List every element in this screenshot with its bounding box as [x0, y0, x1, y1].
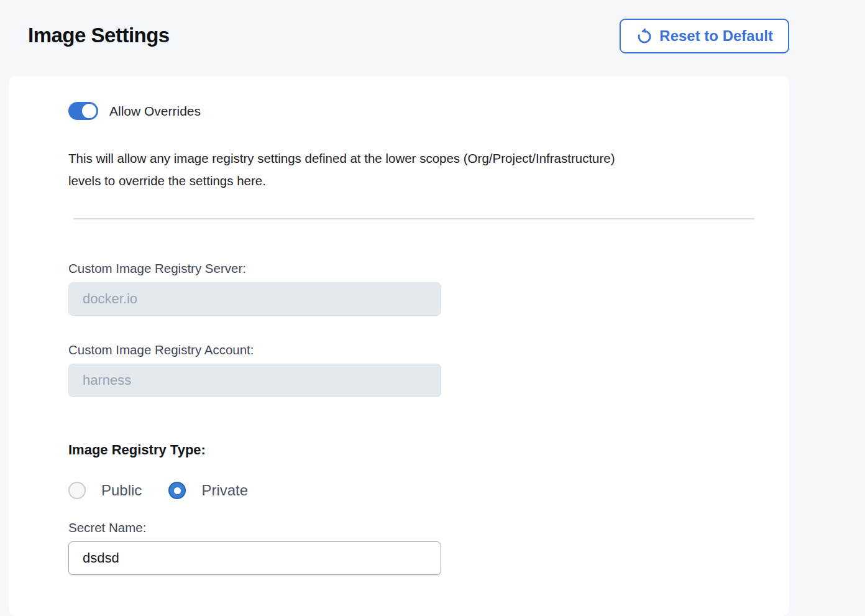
section-divider	[73, 218, 754, 219]
radio-option-private[interactable]: Private	[168, 482, 248, 499]
reset-icon	[636, 28, 652, 45]
radio-public-label: Public	[101, 482, 142, 499]
reset-to-default-button[interactable]: Reset to Default	[620, 19, 789, 53]
radio-unselected-icon	[68, 482, 86, 499]
radio-private-label: Private	[201, 482, 248, 499]
reset-button-label: Reset to Default	[659, 27, 773, 45]
secret-name-input[interactable]	[68, 541, 441, 575]
radio-selected-icon	[168, 482, 186, 499]
allow-overrides-label: Allow Overrides	[109, 104, 201, 119]
description-line: This will allow any image registry setti…	[68, 147, 764, 170]
registry-account-label: Custom Image Registry Account:	[68, 342, 789, 358]
registry-account-input	[68, 364, 441, 397]
description-line: levels to override the settings here.	[68, 170, 764, 192]
radio-option-public[interactable]: Public	[68, 482, 142, 499]
registry-type-options: Public Private	[68, 482, 789, 499]
allow-overrides-toggle[interactable]	[68, 102, 98, 120]
page-header: Image Settings Reset to Default	[0, 0, 865, 53]
allow-overrides-row: Allow Overrides	[68, 102, 789, 120]
registry-server-label: Custom Image Registry Server:	[68, 260, 789, 277]
toggle-knob-icon	[82, 104, 96, 118]
image-settings-card: Allow Overrides This will allow any imag…	[9, 76, 789, 616]
secret-name-label: Secret Name:	[68, 520, 789, 536]
registry-server-input	[68, 282, 441, 316]
registry-type-label: Image Registry Type:	[68, 442, 789, 458]
page-title: Image Settings	[28, 24, 170, 47]
overrides-description: This will allow any image registry setti…	[68, 147, 764, 192]
